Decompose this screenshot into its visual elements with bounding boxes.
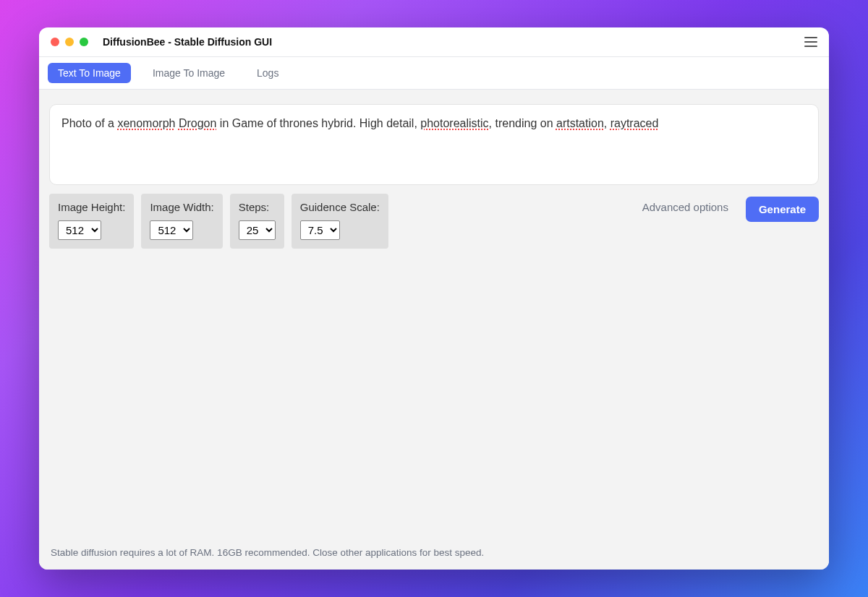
param-label: Image Width: (150, 201, 213, 213)
param-label: Steps: (239, 201, 276, 213)
param-image-height: Image Height: 512 (49, 194, 134, 249)
image-height-select[interactable]: 512 (58, 220, 101, 240)
maximize-window-button[interactable] (80, 38, 88, 46)
param-label: Image Height: (58, 201, 125, 213)
steps-select[interactable]: 25 (239, 220, 276, 240)
footer-note: Stable diffusion requires a lot of RAM. … (49, 544, 819, 562)
parameters-row: Image Height: 512 Image Width: 512 Steps… (49, 194, 819, 249)
traffic-lights (51, 38, 88, 46)
tab-text-to-image[interactable]: Text To Image (48, 63, 131, 83)
tab-image-to-image[interactable]: Image To Image (142, 63, 235, 83)
tab-logs[interactable]: Logs (247, 63, 289, 83)
close-window-button[interactable] (51, 38, 59, 46)
advanced-options-link[interactable]: Advanced options (642, 194, 728, 213)
image-width-select[interactable]: 512 (150, 220, 193, 240)
minimize-window-button[interactable] (65, 38, 74, 46)
generate-button[interactable]: Generate (746, 197, 819, 222)
guidance-scale-select[interactable]: 7.5 (300, 220, 340, 240)
param-label: Guidence Scale: (300, 201, 380, 213)
content-area: Photo of a xenomorph Drogon in Game of t… (39, 90, 829, 570)
prompt-input[interactable]: Photo of a xenomorph Drogon in Game of t… (49, 104, 819, 185)
menu-icon[interactable] (804, 37, 817, 47)
titlebar: DiffusionBee - Stable Diffusion GUI (39, 27, 829, 57)
app-window: DiffusionBee - Stable Diffusion GUI Text… (39, 27, 829, 570)
param-steps: Steps: 25 (230, 194, 284, 249)
param-guidance-scale: Guidence Scale: 7.5 (292, 194, 388, 249)
tab-bar: Text To Image Image To Image Logs (39, 57, 829, 90)
param-image-width: Image Width: 512 (141, 194, 222, 249)
window-title: DiffusionBee - Stable Diffusion GUI (103, 36, 804, 48)
